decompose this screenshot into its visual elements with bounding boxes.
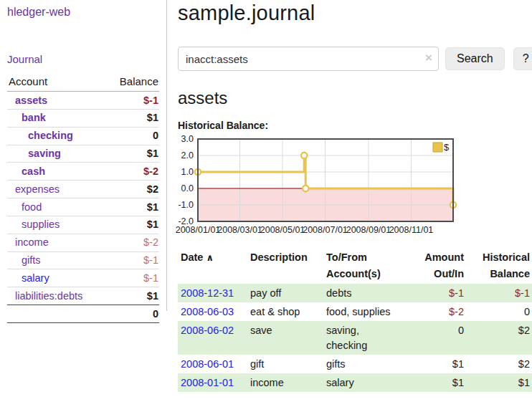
date-link[interactable]: 2008-06-02 — [181, 325, 234, 336]
account-balance: $1 — [105, 216, 159, 234]
sidebar: hledger-web Journal Account Balance asse… — [0, 0, 167, 311]
account-row: expenses$2 — [7, 181, 159, 198]
register-cell-amount: $-2 — [398, 302, 467, 321]
register-header-description: Description — [247, 248, 323, 284]
register-table: Date ∧ Description To/FromAccount(s) Amo… — [178, 248, 532, 392]
register-cell-tofrom: debts — [323, 284, 398, 302]
register-cell-tofrom: salary — [323, 373, 398, 392]
register-cell-balance: $2 — [467, 355, 532, 373]
account-row: supplies$1 — [7, 216, 159, 234]
main-content: sample.journal × Search ? assets Histori… — [167, 0, 532, 392]
account-row: food$1 — [7, 198, 159, 216]
account-link[interactable]: food — [22, 201, 42, 213]
historical-balance-chart: $3.02.01.00.0-1.0-2.02008/01/012008/03/0… — [175, 135, 462, 236]
account-row: checking0 — [7, 127, 159, 145]
account-row: gifts$-1 — [7, 251, 159, 269]
account-link[interactable]: bank — [22, 112, 46, 123]
register-cell-description: save — [247, 321, 323, 355]
register-cell-date: 2008-06-01 — [178, 355, 247, 373]
register-header-date[interactable]: Date ∧ — [178, 248, 247, 284]
y-tick-label: -1.0 — [178, 200, 194, 210]
register-cell-amount: $1 — [398, 355, 467, 373]
register-cell-balance: $1 — [467, 373, 532, 392]
x-tick-label: 2008/01/01 — [176, 225, 221, 235]
register-cell-description: pay off — [247, 284, 323, 302]
register-table-body: 2008-12-31pay offdebts$-1$-12008-06-03ea… — [178, 284, 532, 392]
account-balance: $-1 — [105, 92, 159, 110]
register-cell-tofrom: gifts — [323, 355, 398, 373]
date-link[interactable]: 2008-01-01 — [181, 377, 234, 388]
account-row: assets$-1 — [7, 92, 159, 110]
register-cell-date: 2008-06-02 — [178, 321, 247, 355]
legend-swatch — [433, 143, 442, 152]
register-header-tofrom: To/FromAccount(s) — [323, 248, 398, 284]
accounts-header-account: Account — [7, 74, 105, 92]
account-balance: $-2 — [105, 163, 159, 181]
search-box: × — [178, 47, 439, 71]
account-link[interactable]: liabilities:debts — [15, 290, 82, 302]
date-link[interactable]: 2008-12-31 — [181, 287, 234, 299]
table-row: 2008-06-01giftgifts$1$2 — [178, 355, 532, 373]
sidebar-item-journal[interactable]: Journal — [7, 53, 159, 65]
account-row: income$-2 — [7, 234, 159, 251]
account-link[interactable]: gifts — [22, 254, 41, 266]
sort-asc-icon: ∧ — [206, 252, 214, 263]
register-header-row: Date ∧ Description To/FromAccount(s) Amo… — [178, 248, 532, 284]
accounts-header-balance: Balance — [105, 74, 159, 92]
account-balance: $-1 — [105, 251, 159, 269]
brand-link[interactable]: hledger-web — [7, 6, 159, 19]
y-tick-label: 2.0 — [181, 150, 194, 160]
account-balance: $1 — [105, 287, 159, 305]
account-balance: $2 — [105, 181, 159, 198]
account-link[interactable]: assets — [15, 95, 47, 106]
account-link[interactable]: salary — [22, 272, 49, 284]
account-balance: $-2 — [105, 234, 159, 251]
register-cell-balance: 0 — [467, 302, 532, 321]
account-row: salary$-1 — [7, 269, 159, 287]
app: hledger-web Journal Account Balance asse… — [0, 0, 532, 392]
account-balance: $1 — [105, 198, 159, 216]
x-tick-label: 2008/07/01 — [303, 225, 348, 235]
register-cell-date: 2008-01-01 — [178, 373, 247, 392]
accounts-table: Account Balance assets$-1bank$1checking0… — [7, 74, 159, 323]
account-link[interactable]: saving — [28, 148, 61, 159]
register-cell-description: income — [247, 373, 323, 392]
account-link[interactable]: checking — [28, 130, 73, 141]
accounts-total-row: 0 — [7, 305, 159, 323]
search-button[interactable]: Search — [445, 47, 505, 70]
table-row: 2008-06-03eat & shopfood, supplies$-20 — [178, 302, 532, 321]
register-cell-description: gift — [247, 355, 323, 373]
page-title: sample.journal — [178, 1, 532, 25]
register-header-balance: HistoricalBalance — [467, 248, 532, 284]
account-balance: 0 — [105, 127, 159, 145]
account-row: saving$1 — [7, 145, 159, 163]
account-heading: assets — [178, 88, 532, 108]
account-balance: $1 — [105, 145, 159, 163]
accounts-total-value: 0 — [105, 305, 159, 323]
help-button[interactable]: ? — [513, 47, 532, 70]
x-tick-label: 2008/11/01 — [389, 225, 434, 235]
register-cell-balance: $-1 — [467, 284, 532, 302]
account-link[interactable]: supplies — [22, 219, 60, 230]
chart-title: Historical Balance: — [178, 120, 532, 131]
account-row: liabilities:debts$1 — [7, 287, 159, 305]
search-input[interactable] — [178, 47, 439, 71]
account-row: bank$1 — [7, 109, 159, 127]
register-header-amount: AmountOut/In — [398, 248, 467, 284]
data-point-marker — [303, 186, 308, 191]
x-tick-label: 2008/05/01 — [260, 225, 305, 235]
account-link[interactable]: expenses — [15, 183, 60, 195]
register-cell-amount: 0 — [398, 321, 467, 355]
register-cell-tofrom: food, supplies — [323, 302, 398, 321]
clear-search-icon[interactable]: × — [425, 51, 432, 65]
date-link[interactable]: 2008-06-01 — [181, 358, 234, 370]
account-balance: $1 — [105, 109, 159, 127]
legend-label: $ — [444, 142, 450, 153]
account-link[interactable]: income — [15, 236, 49, 248]
date-link[interactable]: 2008-06-03 — [181, 306, 234, 317]
account-link[interactable]: cash — [22, 166, 45, 177]
table-row: 2008-06-02savesaving, checking0$2 — [178, 321, 532, 355]
register-cell-tofrom: saving, checking — [323, 321, 398, 355]
table-row: 2008-12-31pay offdebts$-1$-1 — [178, 284, 532, 302]
y-tick-label: 1.0 — [181, 167, 194, 177]
